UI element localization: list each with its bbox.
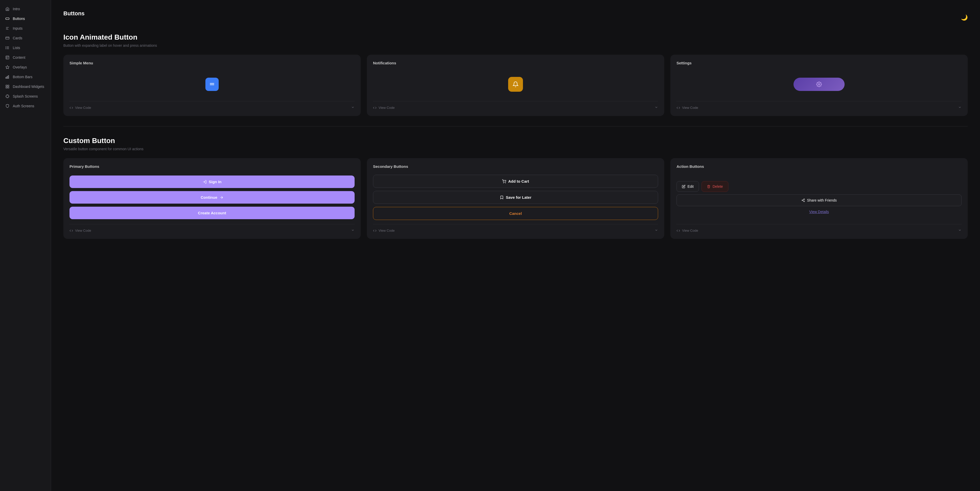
view-code-label-primary: View Code bbox=[75, 229, 91, 232]
code-icon-4 bbox=[373, 229, 377, 232]
sidebar-item-intro[interactable]: Intro bbox=[0, 4, 51, 14]
continue-button[interactable]: Continue bbox=[70, 191, 355, 203]
delete-label: Delete bbox=[713, 184, 723, 189]
dark-mode-icon[interactable]: 🌙 bbox=[961, 14, 968, 21]
view-details-label: View Details bbox=[809, 210, 829, 214]
card-settings-footer[interactable]: View Code bbox=[676, 101, 962, 110]
primary-buttons-title: Primary Buttons bbox=[70, 164, 355, 168]
chevron-icon-4 bbox=[654, 228, 658, 233]
dashboard-icon bbox=[5, 84, 10, 89]
trash-icon bbox=[707, 185, 711, 188]
view-code-label-action: View Code bbox=[682, 229, 698, 232]
sidebar-item-overlays[interactable]: Overlays bbox=[0, 62, 51, 72]
bottom-bars-icon bbox=[5, 75, 10, 79]
code-icon bbox=[70, 106, 73, 110]
view-code-label-secondary: View Code bbox=[379, 229, 395, 232]
continue-label: Continue bbox=[201, 195, 217, 200]
save-for-later-button[interactable]: Save for Later bbox=[373, 191, 658, 204]
code-icon-2 bbox=[676, 106, 680, 110]
sidebar-item-lists[interactable]: Lists bbox=[0, 43, 51, 52]
sign-in-icon bbox=[203, 180, 207, 184]
sidebar-label-content: Content bbox=[13, 56, 25, 60]
buttons-icon bbox=[5, 16, 10, 21]
add-to-cart-button[interactable]: Add to Cart bbox=[373, 175, 658, 188]
icon-animated-section-desc: Button with expanding label on hover and… bbox=[64, 43, 968, 48]
card-notifications-title: Notifications bbox=[373, 61, 658, 65]
card-notifications-footer[interactable]: View Code bbox=[373, 101, 658, 110]
icon-animated-section-title: Icon Animated Button bbox=[64, 33, 968, 41]
sidebar-label-auth-screens: Auth Screens bbox=[13, 104, 34, 108]
cart-icon bbox=[502, 180, 506, 183]
chevron-icon-0 bbox=[351, 105, 355, 110]
home-icon bbox=[5, 6, 10, 11]
code-icon-5 bbox=[676, 229, 680, 232]
sidebar-label-bottom-bars: Bottom Bars bbox=[13, 75, 32, 79]
edit-button[interactable]: Edit bbox=[676, 181, 699, 192]
share-icon bbox=[802, 199, 805, 202]
sign-in-button[interactable]: Sign In bbox=[70, 175, 355, 188]
code-icon-1 bbox=[373, 106, 377, 110]
sidebar-label-dashboard-widgets: Dashboard Widgets bbox=[13, 84, 44, 89]
chevron-icon-3 bbox=[351, 228, 355, 233]
svg-point-27 bbox=[818, 84, 820, 85]
create-account-button[interactable]: Create Account bbox=[70, 207, 355, 219]
secondary-buttons-footer[interactable]: View Code bbox=[373, 224, 658, 233]
sidebar-item-auth-screens[interactable]: Auth Screens bbox=[0, 101, 51, 111]
action-edit-delete-row: Edit Delete bbox=[676, 181, 962, 192]
card-primary-buttons: Primary Buttons Sign In Continue Create … bbox=[64, 158, 361, 239]
settings-button[interactable] bbox=[794, 78, 845, 91]
sidebar: Intro Buttons Inputs Cards Lists Content bbox=[0, 0, 51, 491]
content-icon bbox=[5, 55, 10, 60]
sidebar-item-buttons[interactable]: Buttons bbox=[0, 14, 51, 24]
svg-rect-17 bbox=[6, 77, 6, 78]
lists-icon bbox=[5, 46, 10, 50]
primary-buttons-footer[interactable]: View Code bbox=[70, 224, 355, 233]
custom-button-cards-row: Primary Buttons Sign In Continue Create … bbox=[64, 158, 968, 239]
code-icon-3 bbox=[70, 229, 73, 232]
sidebar-item-inputs[interactable]: Inputs bbox=[0, 24, 51, 33]
svg-rect-18 bbox=[7, 76, 8, 78]
cancel-label: Cancel bbox=[509, 211, 522, 216]
sidebar-label-splash-screens: Splash Screens bbox=[13, 94, 38, 99]
svg-point-33 bbox=[802, 200, 803, 201]
notifications-button[interactable] bbox=[508, 77, 523, 92]
chevron-icon-2 bbox=[958, 105, 962, 110]
action-buttons-footer[interactable]: View Code bbox=[676, 224, 962, 233]
cards-icon bbox=[5, 36, 10, 40]
view-code-label-0: View Code bbox=[75, 106, 91, 110]
delete-button[interactable]: Delete bbox=[702, 181, 728, 192]
sidebar-item-content[interactable]: Content bbox=[0, 52, 51, 62]
chevron-icon-1 bbox=[654, 105, 658, 110]
card-action-buttons: Action Buttons Edit Delete Share with Fr… bbox=[670, 158, 968, 239]
sidebar-item-splash-screens[interactable]: Splash Screens bbox=[0, 91, 51, 101]
edit-label: Edit bbox=[687, 184, 694, 189]
view-details-button[interactable]: View Details bbox=[676, 210, 962, 214]
sidebar-label-cards: Cards bbox=[13, 36, 22, 40]
secondary-buttons-title: Secondary Buttons bbox=[373, 164, 658, 168]
sidebar-item-dashboard-widgets[interactable]: Dashboard Widgets bbox=[0, 82, 51, 91]
cancel-button[interactable]: Cancel bbox=[373, 207, 658, 220]
card-settings-title: Settings bbox=[676, 61, 962, 65]
svg-point-32 bbox=[803, 199, 805, 200]
icon-animated-cards-row: Simple Menu View Code Notifications bbox=[64, 55, 968, 116]
svg-rect-21 bbox=[8, 85, 9, 86]
svg-marker-16 bbox=[6, 65, 9, 69]
simple-menu-button[interactable] bbox=[205, 78, 219, 91]
sidebar-label-lists: Lists bbox=[13, 46, 20, 50]
inputs-icon bbox=[5, 26, 10, 31]
card-simple-menu-content bbox=[70, 71, 355, 97]
card-notifications-content bbox=[373, 71, 658, 97]
overlays-icon bbox=[5, 65, 10, 70]
add-to-cart-label: Add to Cart bbox=[508, 179, 529, 183]
primary-buttons-content: Sign In Continue Create Account bbox=[70, 175, 355, 220]
sidebar-label-intro: Intro bbox=[13, 7, 20, 11]
sidebar-item-bottom-bars[interactable]: Bottom Bars bbox=[0, 72, 51, 82]
page-title: Buttons bbox=[64, 10, 84, 17]
chevron-icon-5 bbox=[958, 228, 962, 233]
create-account-label: Create Account bbox=[198, 211, 226, 215]
card-simple-menu-footer[interactable]: View Code bbox=[70, 101, 355, 110]
share-with-friends-button[interactable]: Share with Friends bbox=[676, 194, 962, 206]
sidebar-item-cards[interactable]: Cards bbox=[0, 33, 51, 43]
save-for-later-label: Save for Later bbox=[506, 195, 531, 200]
svg-rect-5 bbox=[6, 37, 9, 39]
